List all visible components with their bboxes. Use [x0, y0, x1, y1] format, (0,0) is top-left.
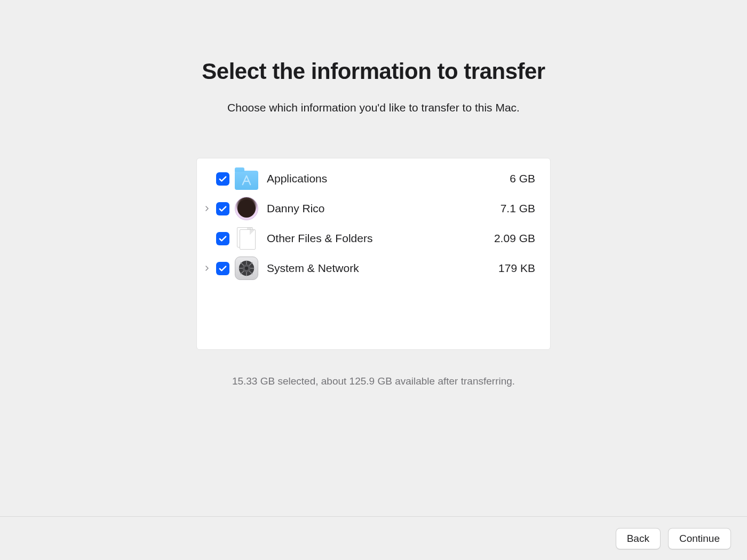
checkbox-other-files[interactable]: [216, 232, 229, 245]
item-size: 179 KB: [476, 262, 535, 275]
list-item[interactable]: Danny Rico 7.1 GB: [202, 194, 535, 223]
list-item[interactable]: Other Files & Folders 2.09 GB: [202, 223, 535, 253]
svg-point-6: [245, 267, 249, 270]
checkmark-icon: [218, 264, 227, 273]
checkbox-user[interactable]: [216, 202, 229, 215]
footer-bar: Back Continue: [0, 516, 747, 560]
item-label: System & Network: [267, 262, 473, 275]
back-button[interactable]: Back: [616, 528, 661, 549]
item-size: 7.1 GB: [476, 202, 535, 215]
status-text: 15.33 GB selected, about 125.9 GB availa…: [232, 375, 515, 387]
migration-assistant-window: Select the information to transfer Choos…: [0, 0, 747, 560]
item-label: Danny Rico: [267, 202, 473, 215]
item-size: 6 GB: [476, 172, 535, 185]
chevron-right-icon: [204, 205, 210, 212]
system-settings-icon: [235, 257, 258, 280]
checkmark-icon: [218, 204, 227, 213]
item-label: Applications: [267, 172, 473, 185]
checkbox-applications[interactable]: [216, 172, 229, 186]
documents-icon: [235, 227, 258, 250]
page-subtitle: Choose which information you'd like to t…: [227, 101, 520, 114]
user-avatar-icon: [235, 197, 258, 220]
checkbox-system-network[interactable]: [216, 262, 229, 275]
continue-button[interactable]: Continue: [668, 528, 731, 549]
item-label: Other Files & Folders: [267, 232, 473, 245]
disclosure-toggle[interactable]: [202, 205, 212, 212]
checkmark-icon: [218, 174, 227, 183]
applications-folder-icon: [235, 167, 258, 190]
content-area: Select the information to transfer Choos…: [0, 0, 747, 516]
list-item[interactable]: System & Network 179 KB: [202, 253, 535, 283]
page-title: Select the information to transfer: [202, 59, 545, 84]
list-item[interactable]: Applications 6 GB: [202, 164, 535, 194]
chevron-right-icon: [204, 265, 210, 271]
transfer-items-panel: Applications 6 GB Danny Rico 7.1 GB: [196, 158, 551, 350]
disclosure-toggle[interactable]: [202, 265, 212, 271]
item-size: 2.09 GB: [476, 232, 535, 245]
checkmark-icon: [218, 234, 227, 243]
